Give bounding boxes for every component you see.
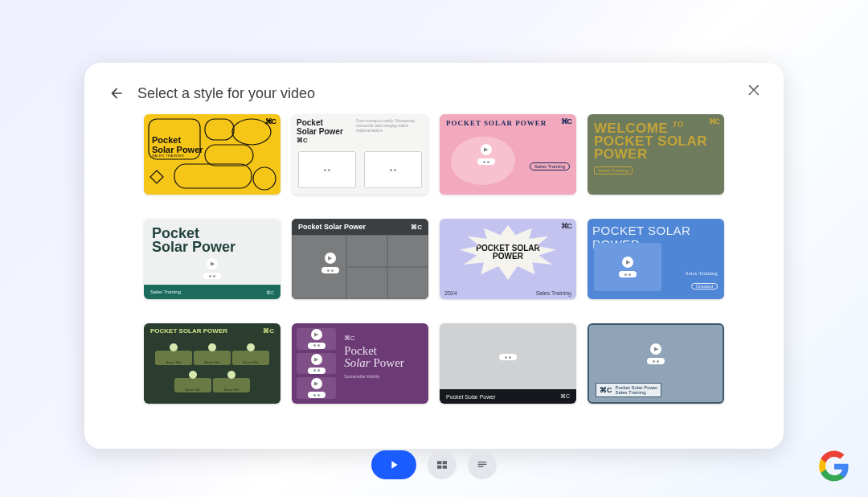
- back-button[interactable]: [107, 84, 126, 103]
- style-picker-dialog: Select a style for your video Pocket Sol…: [84, 63, 784, 449]
- card-header: Pocket Solar Power⌘C: [292, 219, 428, 235]
- close-icon: [747, 82, 763, 98]
- card-footer: 2024Sales Training: [444, 290, 571, 296]
- style-card-1[interactable]: Pocket Solar PowerSALES TRAINING ⌘C: [144, 114, 280, 195]
- layout-icon: [436, 458, 448, 471]
- brand-mark-icon: ⌘C: [561, 117, 572, 125]
- style-card-11[interactable]: Pocket Solar Power⌘C: [440, 323, 576, 404]
- notes-icon: [476, 458, 489, 471]
- card-footer: Pocket Solar Power⌘C: [440, 389, 576, 404]
- style-card-10[interactable]: ▶ ▶ ▶ ⌘C PocketSolar Power Sustainable M…: [292, 323, 428, 404]
- layout-button[interactable]: [428, 450, 457, 479]
- arrow-left-icon: [108, 85, 125, 101]
- brand-mark-icon: ⌘C: [265, 117, 276, 125]
- brand-mark-icon: ⌘C: [709, 117, 720, 125]
- starburst-icon: POCKET SOLAR POWER: [460, 225, 556, 280]
- card-chip: Sales Training: [594, 166, 633, 175]
- thumb-column: ▶ ▶ ▶: [292, 323, 341, 404]
- style-card-3[interactable]: POCKET SOLAR POWER ⌘C ▶ Sales Training: [440, 114, 576, 195]
- card-title: ⌘C PocketSolar Power Sustainable Mobilit…: [341, 323, 428, 404]
- card-side: Sales TrainingCreated: [686, 270, 718, 291]
- notes-button[interactable]: [468, 450, 497, 479]
- card-footer: Sales Training⌘C: [144, 285, 280, 299]
- google-logo-icon: [818, 450, 850, 483]
- panel: ▶: [594, 243, 661, 291]
- placeholder-boxes: [298, 151, 422, 188]
- style-card-9[interactable]: POCKET SOLAR POWER⌘C Name Title Name Tit…: [144, 323, 280, 404]
- card-title: WELCOME TO POCKET SOLAR POWER: [594, 121, 718, 161]
- style-card-12[interactable]: ▶ ⌘C Pocket Solar PowerSales Training: [588, 323, 724, 404]
- card-tag: ⌘C Pocket Solar PowerSales Training: [596, 383, 661, 397]
- dialog-title: Select a style for your video: [137, 85, 315, 102]
- card-title: Pocket Solar Power: [152, 227, 235, 254]
- style-card-7[interactable]: ⌘C POCKET SOLAR POWER 2024Sales Training: [440, 219, 576, 299]
- style-card-6[interactable]: Pocket Solar Power⌘C ▶: [292, 219, 428, 299]
- style-card-4[interactable]: WELCOME TO POCKET SOLAR POWER Sales Trai…: [588, 114, 724, 195]
- svg-rect-1: [205, 119, 234, 140]
- svg-rect-3: [205, 145, 253, 166]
- style-card-5[interactable]: Pocket Solar Power ▶ Sales Training⌘C: [144, 219, 280, 299]
- card-title: Pocket Solar Power ⌘C: [297, 119, 350, 145]
- play-icon: [387, 458, 400, 471]
- dialog-header: Select a style for your video: [107, 77, 761, 109]
- bottom-action-bar: [371, 450, 497, 479]
- card-title: POCKET SOLAR POWER: [446, 119, 547, 127]
- card-header: POCKET SOLAR POWER⌘C: [144, 323, 280, 338]
- style-card-2[interactable]: Pocket Solar Power ⌘C From concept to re…: [292, 114, 428, 195]
- svg-rect-4: [174, 164, 252, 188]
- brand-mark-icon: ⌘C: [561, 222, 572, 230]
- close-button[interactable]: [743, 79, 766, 101]
- card-tag: Sales Training: [530, 162, 570, 170]
- svg-point-5: [253, 167, 276, 190]
- play-button[interactable]: [371, 450, 416, 479]
- style-grid: Pocket Solar PowerSALES TRAINING ⌘C Pock…: [107, 114, 761, 404]
- style-card-8[interactable]: POCKET SOLAR POWER ▶ Sales TrainingCreat…: [588, 219, 724, 299]
- card-title: Pocket Solar PowerSALES TRAINING: [152, 135, 203, 158]
